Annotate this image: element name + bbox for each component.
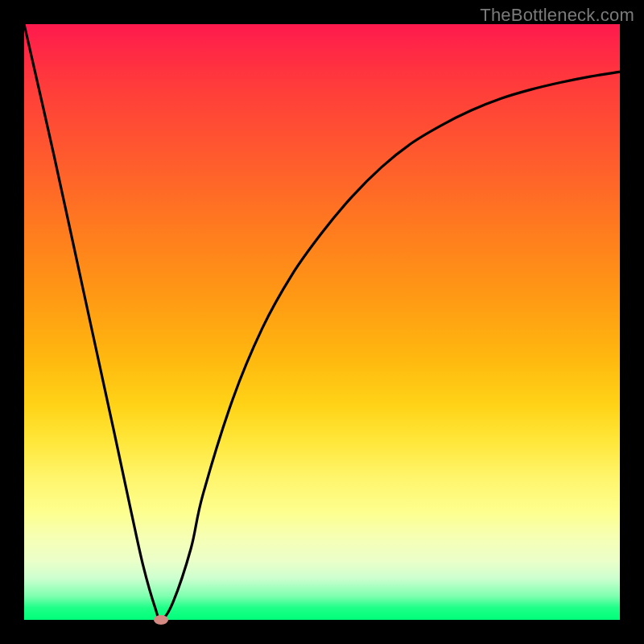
watermark-text: TheBottleneck.com bbox=[480, 5, 634, 26]
minimum-marker bbox=[154, 615, 168, 625]
chart-frame: TheBottleneck.com bbox=[0, 0, 644, 644]
bottleneck-curve bbox=[24, 24, 620, 620]
plot-area bbox=[24, 24, 620, 620]
